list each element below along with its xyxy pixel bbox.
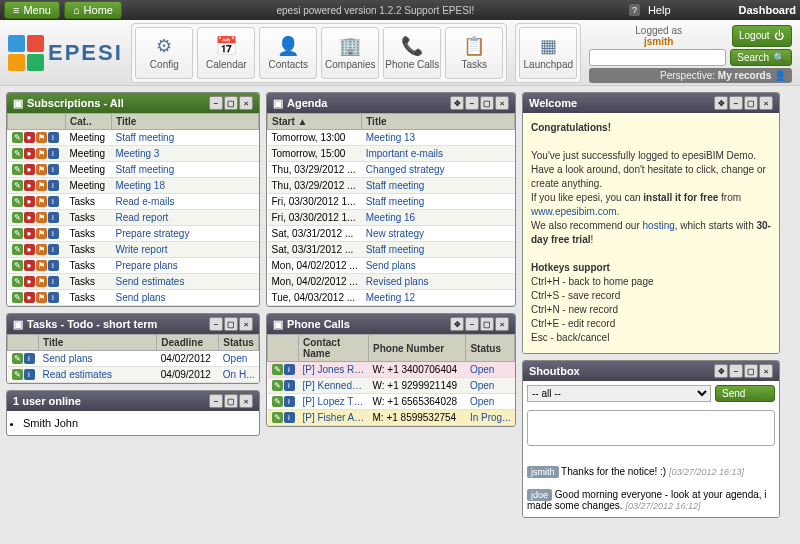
flag-icon[interactable]: ⚑ bbox=[36, 244, 47, 255]
table-row[interactable]: ✎●⚑iTasksWrite report bbox=[8, 242, 259, 258]
view-icon[interactable]: ✎ bbox=[12, 228, 23, 239]
info-icon[interactable]: i bbox=[284, 396, 295, 407]
info-icon[interactable]: i bbox=[284, 364, 295, 375]
col-category[interactable]: Cat.. bbox=[66, 114, 112, 130]
info-icon[interactable]: i bbox=[48, 196, 59, 207]
info-icon[interactable]: i bbox=[284, 412, 295, 423]
perspective[interactable]: Perspective: My records 👤 bbox=[589, 68, 792, 83]
tool-companies[interactable]: 🏢Companies bbox=[321, 27, 379, 79]
table-row[interactable]: Sat, 03/31/2012 ...Staff meeting bbox=[268, 242, 515, 258]
delete-icon[interactable]: ● bbox=[24, 196, 35, 207]
help-link[interactable]: Help bbox=[648, 4, 671, 16]
info-icon[interactable]: i bbox=[48, 276, 59, 287]
view-icon[interactable]: ✎ bbox=[12, 353, 23, 364]
flag-icon[interactable]: ⚑ bbox=[36, 196, 47, 207]
close-icon[interactable]: × bbox=[759, 364, 773, 378]
minimize-icon[interactable]: − bbox=[465, 96, 479, 110]
delete-icon[interactable]: ● bbox=[24, 132, 35, 143]
delete-icon[interactable]: ● bbox=[24, 180, 35, 191]
close-icon[interactable]: × bbox=[495, 317, 509, 331]
menu-button[interactable]: ≡ Menu bbox=[4, 1, 60, 19]
table-row[interactable]: Tue, 04/03/2012 ...Meeting 12 bbox=[268, 290, 515, 306]
move-icon[interactable]: ✥ bbox=[714, 96, 728, 110]
delete-icon[interactable]: ● bbox=[24, 292, 35, 303]
table-row[interactable]: Thu, 03/29/2012 ...Staff meeting bbox=[268, 178, 515, 194]
view-icon[interactable]: ✎ bbox=[272, 396, 283, 407]
flag-icon[interactable]: ⚑ bbox=[36, 212, 47, 223]
view-icon[interactable]: ✎ bbox=[12, 164, 23, 175]
minimize-icon[interactable]: − bbox=[209, 394, 223, 408]
col-deadline[interactable]: Deadline bbox=[157, 335, 219, 351]
table-row[interactable]: ✎●⚑iTasksRead report bbox=[8, 210, 259, 226]
view-icon[interactable]: ✎ bbox=[272, 364, 283, 375]
delete-icon[interactable]: ● bbox=[24, 276, 35, 287]
info-icon[interactable]: i bbox=[284, 380, 295, 391]
info-icon[interactable]: i bbox=[48, 212, 59, 223]
col-contact[interactable]: Contact Name bbox=[299, 335, 369, 362]
expand-icon[interactable]: ▣ bbox=[13, 97, 23, 110]
flag-icon[interactable]: ⚑ bbox=[36, 148, 47, 159]
view-icon[interactable]: ✎ bbox=[12, 369, 23, 380]
col-start[interactable]: Start ▲ bbox=[268, 114, 362, 130]
view-icon[interactable]: ✎ bbox=[12, 260, 23, 271]
info-icon[interactable]: i bbox=[48, 132, 59, 143]
info-icon[interactable]: i bbox=[24, 369, 35, 380]
view-icon[interactable]: ✎ bbox=[272, 380, 283, 391]
move-icon[interactable]: ✥ bbox=[714, 364, 728, 378]
home-button[interactable]: ⌂ Home bbox=[64, 1, 122, 19]
table-row[interactable]: Tomorrow, 15:00Important e-mails bbox=[268, 146, 515, 162]
col-phone[interactable]: Phone Number bbox=[369, 335, 466, 362]
tool-contacts[interactable]: 👤Contacts bbox=[259, 27, 317, 79]
view-icon[interactable]: ✎ bbox=[12, 132, 23, 143]
delete-icon[interactable]: ● bbox=[24, 164, 35, 175]
close-icon[interactable]: × bbox=[239, 96, 253, 110]
table-row[interactable]: ✎●⚑iMeetingStaff meeting bbox=[8, 162, 259, 178]
table-row[interactable]: Tomorrow, 13:00Meeting 13 bbox=[268, 130, 515, 146]
info-icon[interactable]: i bbox=[48, 148, 59, 159]
expand-icon[interactable]: ▣ bbox=[273, 318, 283, 331]
flag-icon[interactable]: ⚑ bbox=[36, 180, 47, 191]
expand-icon[interactable]: ▣ bbox=[13, 318, 23, 331]
minimize-icon[interactable]: − bbox=[209, 96, 223, 110]
table-row[interactable]: ✎●⚑iMeetingMeeting 3 bbox=[8, 146, 259, 162]
info-icon[interactable]: i bbox=[48, 292, 59, 303]
move-icon[interactable]: ✥ bbox=[450, 96, 464, 110]
table-row[interactable]: Sat, 03/31/2012 ...New strategy bbox=[268, 226, 515, 242]
table-row[interactable]: ✎i[P] Kennedy Sh...W: +1 9299921149Open bbox=[268, 378, 515, 394]
info-icon[interactable]: i bbox=[24, 353, 35, 364]
logout-button[interactable]: Logout ⏻ bbox=[732, 25, 792, 47]
table-row[interactable]: Thu, 03/29/2012 ...Changed strategy bbox=[268, 162, 515, 178]
table-row[interactable]: ✎i[P] Jones Robe...W: +1 3400706404Open bbox=[268, 362, 515, 378]
flag-icon[interactable]: ⚑ bbox=[36, 228, 47, 239]
fullscreen-icon[interactable]: ▢ bbox=[224, 96, 238, 110]
delete-icon[interactable]: ● bbox=[24, 148, 35, 159]
tool-tasks[interactable]: 📋Tasks bbox=[445, 27, 503, 79]
flag-icon[interactable]: ⚑ bbox=[36, 292, 47, 303]
table-row[interactable]: ✎iRead estimates04/09/2012On H... bbox=[8, 367, 259, 383]
table-row[interactable]: ✎●⚑iTasksPrepare strategy bbox=[8, 226, 259, 242]
expand-icon[interactable]: ▣ bbox=[273, 97, 283, 110]
col-status[interactable]: Status bbox=[219, 335, 259, 351]
launchpad-button[interactable]: ▦ Launchpad bbox=[519, 27, 577, 79]
table-row[interactable]: Fri, 03/30/2012 1...Meeting 16 bbox=[268, 210, 515, 226]
tool-calendar[interactable]: 📅Calendar bbox=[197, 27, 255, 79]
delete-icon[interactable]: ● bbox=[24, 260, 35, 271]
fullscreen-icon[interactable]: ▢ bbox=[480, 317, 494, 331]
table-row[interactable]: ✎●⚑iMeetingMeeting 18 bbox=[8, 178, 259, 194]
col-title[interactable]: Title bbox=[39, 335, 157, 351]
table-row[interactable]: ✎i[P] Fisher Andr...M: +1 8599532754In P… bbox=[268, 410, 515, 426]
table-row[interactable]: ✎●⚑iTasksSend estimates bbox=[8, 274, 259, 290]
fullscreen-icon[interactable]: ▢ bbox=[744, 364, 758, 378]
view-icon[interactable]: ✎ bbox=[12, 292, 23, 303]
minimize-icon[interactable]: − bbox=[465, 317, 479, 331]
col-title[interactable]: Title bbox=[112, 114, 259, 130]
move-icon[interactable]: ✥ bbox=[450, 317, 464, 331]
view-icon[interactable]: ✎ bbox=[272, 412, 283, 423]
table-row[interactable]: ✎i[P] Lopez Thom...W: +1 6565364028Open bbox=[268, 394, 515, 410]
fullscreen-icon[interactable]: ▢ bbox=[224, 317, 238, 331]
search-button[interactable]: Search 🔍 bbox=[730, 49, 792, 66]
fullscreen-icon[interactable]: ▢ bbox=[224, 394, 238, 408]
info-icon[interactable]: i bbox=[48, 228, 59, 239]
flag-icon[interactable]: ⚑ bbox=[36, 260, 47, 271]
close-icon[interactable]: × bbox=[239, 317, 253, 331]
